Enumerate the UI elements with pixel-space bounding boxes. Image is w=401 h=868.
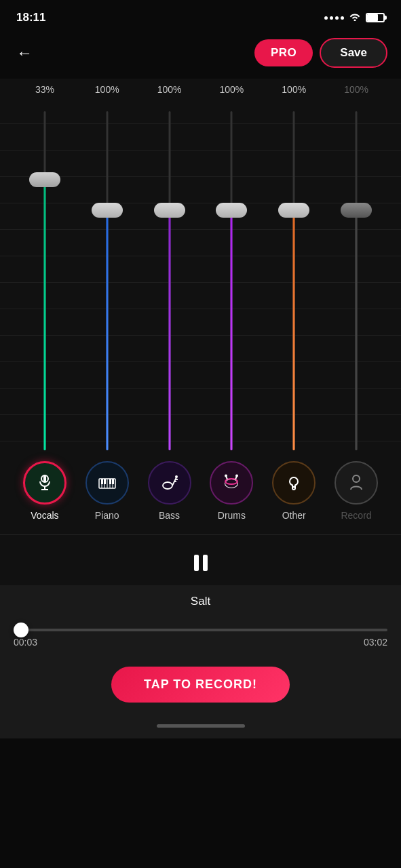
- svg-rect-12: [109, 479, 111, 484]
- channel-vocals[interactable]: Vocals: [18, 461, 72, 521]
- song-section: Salt: [0, 585, 401, 618]
- channel-label-vocals: Vocals: [31, 510, 58, 521]
- svg-point-14: [163, 482, 172, 489]
- channel-icon-record: [335, 461, 378, 505]
- channel-label-drums: Drums: [218, 510, 246, 521]
- pro-button[interactable]: PRO: [254, 39, 313, 66]
- total-time: 03:02: [364, 637, 387, 648]
- svg-rect-28: [203, 555, 208, 571]
- fader-fill-record: [356, 203, 358, 450]
- channel-other[interactable]: Other: [267, 461, 321, 521]
- percent-piano: 100%: [83, 84, 131, 95]
- channel-bass[interactable]: Bass: [142, 461, 197, 521]
- fader-thumb-other[interactable]: [278, 203, 309, 218]
- svg-point-25: [293, 486, 295, 488]
- fader-thumb-record[interactable]: [341, 203, 372, 218]
- percent-drums: 100%: [208, 84, 255, 95]
- battery-icon: [366, 13, 385, 22]
- status-icons: [324, 12, 385, 24]
- channel-drums[interactable]: Drums: [204, 461, 259, 521]
- fader-record[interactable]: [332, 111, 380, 450]
- channel-icon-drums: [210, 461, 253, 505]
- fader-fill-bass: [168, 203, 170, 450]
- fader-fill-other: [293, 203, 295, 450]
- wifi-icon: [348, 12, 362, 24]
- fader-thumb-vocals[interactable]: [29, 172, 60, 187]
- record-section: TAP TO RECORD!: [0, 656, 401, 719]
- channel-icon-bass: [148, 461, 191, 505]
- svg-rect-1: [43, 475, 46, 482]
- channel-record[interactable]: Record: [329, 461, 383, 521]
- percent-record: 100%: [332, 84, 380, 95]
- header: ← PRO Save: [0, 33, 401, 79]
- fader-fill-vocals: [43, 172, 45, 450]
- back-button[interactable]: ←: [14, 41, 35, 65]
- svg-rect-13: [112, 479, 114, 484]
- channel-icon-vocals: [23, 461, 66, 505]
- svg-point-23: [225, 475, 227, 477]
- faders-container: [0, 98, 401, 450]
- channel-piano[interactable]: Piano: [80, 461, 134, 521]
- fader-fill-piano: [106, 203, 108, 450]
- playback-section: [0, 534, 401, 585]
- signal-icon: [324, 16, 344, 20]
- fader-thumb-drums[interactable]: [216, 203, 247, 218]
- percent-bass: 100%: [146, 84, 193, 95]
- home-bar: [157, 724, 245, 728]
- channel-label-other: Other: [282, 510, 306, 521]
- tap-to-record-button[interactable]: TAP TO RECORD!: [111, 667, 290, 703]
- song-title: Salt: [191, 595, 210, 608]
- channel-icon-other: [272, 461, 316, 505]
- home-indicator: [0, 719, 401, 738]
- svg-point-24: [235, 475, 238, 477]
- current-time: 00:03: [14, 637, 37, 648]
- progress-section: 00:03 03:02: [0, 618, 401, 656]
- percent-vocals: 33%: [21, 84, 69, 95]
- pause-button[interactable]: [184, 546, 218, 580]
- svg-rect-11: [104, 479, 106, 484]
- fader-thumb-bass[interactable]: [154, 203, 185, 218]
- svg-point-26: [353, 475, 360, 482]
- save-button[interactable]: Save: [320, 38, 387, 68]
- progress-track[interactable]: [14, 629, 387, 631]
- svg-rect-10: [101, 479, 103, 484]
- svg-rect-27: [194, 555, 199, 571]
- svg-point-15: [175, 475, 178, 478]
- time-row: 00:03 03:02: [14, 637, 387, 653]
- channel-icons: Vocals Piano: [0, 450, 401, 526]
- percent-row: 33% 100% 100% 100% 100% 100%: [0, 79, 401, 98]
- status-time: 18:11: [16, 11, 45, 24]
- channel-label-piano: Piano: [95, 510, 119, 521]
- progress-thumb[interactable]: [14, 623, 28, 637]
- fader-thumb-piano[interactable]: [92, 203, 123, 218]
- status-bar: 18:11: [0, 0, 401, 33]
- channel-label-bass: Bass: [159, 510, 180, 521]
- channel-icon-piano: [85, 461, 129, 505]
- channel-label-record: Record: [341, 510, 371, 521]
- fader-fill-drums: [231, 203, 233, 450]
- header-actions: PRO Save: [254, 38, 387, 68]
- percent-other: 100%: [270, 84, 318, 95]
- mixer-section: 33% 100% 100% 100% 100% 100%: [0, 79, 401, 534]
